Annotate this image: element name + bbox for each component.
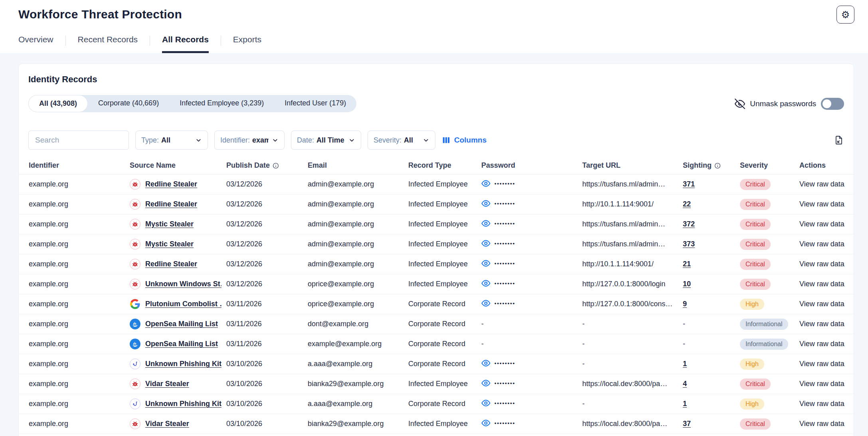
record-type-cell: Infected Employee xyxy=(408,200,481,208)
password-cell: •••••••• xyxy=(481,179,582,190)
view-raw-data-link[interactable]: View raw data xyxy=(799,180,844,188)
sighting-link[interactable]: 372 xyxy=(683,220,695,228)
table-body: example.org 0 Redline Stealer 03/12/2026… xyxy=(19,174,854,434)
source-name-link[interactable]: Redline Stealer xyxy=(145,200,197,208)
severity-filter-dropdown[interactable]: Severity:All xyxy=(368,131,435,150)
view-raw-data-link[interactable]: View raw data xyxy=(799,260,844,268)
source-name-link[interactable]: Unknown Windows St… xyxy=(145,280,221,288)
view-raw-data-link[interactable]: View raw data xyxy=(799,300,844,308)
column-header-target-url: Target URL xyxy=(582,161,683,170)
tab-overview[interactable]: Overview xyxy=(18,35,53,53)
sighting-link[interactable]: 9 xyxy=(683,300,687,308)
sighting-link[interactable]: 1 xyxy=(683,360,687,368)
columns-button[interactable]: Columns xyxy=(442,136,486,145)
eye-icon[interactable] xyxy=(481,219,490,228)
unmask-passwords-toggle[interactable] xyxy=(821,98,844,110)
password-cell: •••••••• xyxy=(481,359,582,370)
actions-cell: View raw data xyxy=(799,320,854,328)
password-cell: •••••••• xyxy=(481,239,582,250)
eye-icon[interactable] xyxy=(481,398,490,408)
info-icon[interactable] xyxy=(273,163,279,169)
source-name-link[interactable]: Vidar Stealer xyxy=(145,380,189,388)
view-raw-data-link[interactable]: View raw data xyxy=(799,380,844,388)
identifier-filter-dropdown[interactable]: Identifier:example xyxy=(214,131,285,150)
sighting-link[interactable]: - xyxy=(683,320,685,328)
column-header-actions: Actions xyxy=(799,161,854,170)
target-url-cell: http://127.0.0.1:8000/cons… xyxy=(582,300,683,308)
source-name-link[interactable]: Plutonium Combolist … xyxy=(145,300,221,308)
eye-icon[interactable] xyxy=(481,239,490,248)
actions-cell: View raw data xyxy=(799,360,854,368)
sighting-link[interactable]: 4 xyxy=(683,380,687,388)
source-name-link[interactable]: Mystic Stealer xyxy=(145,240,194,248)
eye-icon[interactable] xyxy=(481,418,490,428)
sighting-cell: 1 xyxy=(683,360,740,368)
source-name-cell: 0 Unknown Phishing Kit xyxy=(130,398,226,409)
search-input[interactable] xyxy=(28,131,129,150)
view-raw-data-link[interactable]: View raw data xyxy=(799,400,844,408)
segment-corporate[interactable]: Corporate (40,669) xyxy=(88,95,169,112)
eye-icon[interactable] xyxy=(481,279,490,288)
sighting-link[interactable]: 373 xyxy=(683,240,695,248)
sighting-link[interactable]: - xyxy=(683,340,685,348)
view-raw-data-link[interactable]: View raw data xyxy=(799,340,844,348)
eye-icon[interactable] xyxy=(481,359,490,368)
view-raw-data-link[interactable]: View raw data xyxy=(799,360,844,368)
sighting-link[interactable]: 21 xyxy=(683,260,691,268)
table-row: example.org 0 Mystic Stealer 03/12/2026 … xyxy=(19,214,854,234)
eye-icon[interactable] xyxy=(481,179,490,188)
settings-button[interactable]: ⚙ xyxy=(836,6,854,24)
view-raw-data-link[interactable]: View raw data xyxy=(799,320,844,328)
eye-icon[interactable] xyxy=(481,379,490,388)
sighting-link[interactable]: 22 xyxy=(683,200,691,208)
email-cell: bianka29@example.org xyxy=(308,380,408,388)
source-name-cell: 0 Mystic Stealer xyxy=(130,239,226,250)
segment-infected-employee[interactable]: Infected Employee (3,239) xyxy=(169,95,274,112)
column-header-source-name: Source Name xyxy=(130,161,226,170)
view-raw-data-link[interactable]: View raw data xyxy=(799,240,844,248)
eye-icon[interactable] xyxy=(481,199,490,208)
source-name-link[interactable]: Redline Stealer xyxy=(145,260,197,268)
identifier-cell: example.org xyxy=(29,320,130,328)
view-raw-data-link[interactable]: View raw data xyxy=(799,280,844,288)
record-type-cell: Infected Employee xyxy=(408,420,481,428)
sighting-link[interactable]: 371 xyxy=(683,180,695,188)
sighting-link[interactable]: 1 xyxy=(683,400,687,408)
export-button[interactable] xyxy=(834,135,844,145)
sighting-link[interactable]: 37 xyxy=(683,420,691,428)
actions-cell: View raw data xyxy=(799,220,854,228)
publish-date-cell: 03/12/2026 xyxy=(226,220,308,228)
tab-recent-records[interactable]: Recent Records xyxy=(78,35,138,53)
source-name-link[interactable]: Vidar Stealer xyxy=(145,420,189,428)
table-row: example.org 0 OpenSea Mailing List 03/11… xyxy=(19,334,854,354)
severity-badge: High xyxy=(740,299,764,310)
source-name-link[interactable]: OpenSea Mailing List xyxy=(145,320,218,328)
view-raw-data-link[interactable]: View raw data xyxy=(799,420,844,428)
sighting-link[interactable]: 10 xyxy=(683,280,691,288)
source-name-cell: 0 Unknown Windows St… xyxy=(130,279,226,289)
segment-infected-user[interactable]: Infected User (179) xyxy=(274,95,356,112)
info-icon[interactable] xyxy=(714,163,721,169)
tab-exports[interactable]: Exports xyxy=(233,35,261,53)
source-name-link[interactable]: Mystic Stealer xyxy=(145,220,194,228)
segment-all[interactable]: All (43,908) xyxy=(28,95,88,112)
source-name-link[interactable]: Unknown Phishing Kit xyxy=(145,360,221,368)
date-filter-dropdown[interactable]: Date:All Time xyxy=(291,131,361,150)
type-filter-dropdown[interactable]: Type:All xyxy=(135,131,208,150)
password-cell: •••••••• xyxy=(481,199,582,210)
svg-text:0: 0 xyxy=(134,383,136,386)
target-url-cell: https://local.dev:8000/pa… xyxy=(582,420,683,428)
source-name-link[interactable]: Redline Stealer xyxy=(145,180,197,188)
source-name-link[interactable]: OpenSea Mailing List xyxy=(145,340,218,348)
email-cell: admin@example.org xyxy=(308,180,408,188)
eye-icon[interactable] xyxy=(481,299,490,308)
source-name-link[interactable]: Unknown Phishing Kit xyxy=(145,400,221,408)
actions-cell: View raw data xyxy=(799,180,854,188)
view-raw-data-link[interactable]: View raw data xyxy=(799,200,844,208)
bug-icon: 0 xyxy=(130,199,140,210)
view-raw-data-link[interactable]: View raw data xyxy=(799,220,844,228)
password-cell: •••••••• xyxy=(481,259,582,270)
eye-icon[interactable] xyxy=(481,259,490,268)
tab-all-records[interactable]: All Records xyxy=(162,35,209,53)
email-cell: dont@example.org xyxy=(308,320,408,328)
